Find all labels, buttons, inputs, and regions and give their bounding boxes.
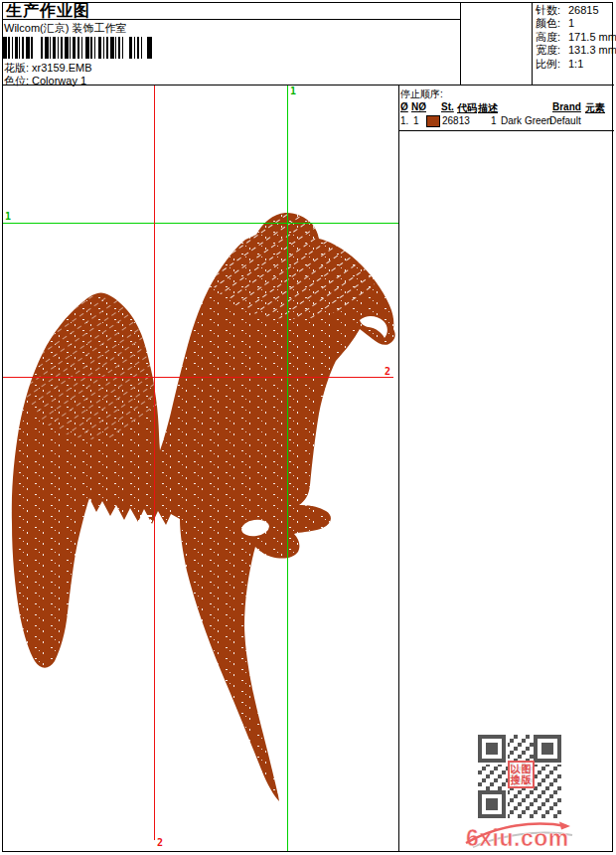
guide-green-vertical (287, 86, 288, 851)
guide-label-red-bottom: 2 (157, 838, 163, 848)
guide-green-horizontal (3, 223, 398, 224)
guide-red-horizontal (3, 377, 393, 378)
watermark-stamp: 以图 搜版 (508, 761, 535, 788)
guide-label-green-top: 1 (290, 86, 296, 96)
guide-label-green-left: 1 (5, 212, 11, 222)
logo-text: 6xiu.com (466, 825, 569, 851)
production-worksheet: 生产作业图 Wilcom(汇京) 装饰工作室 花版:xr3159.EMB 色位:… (0, 0, 616, 855)
guide-red-vertical (154, 86, 155, 840)
qr-finder-top-left (478, 735, 506, 763)
site-logo: 6xiu.com (463, 813, 576, 853)
embroidery-design-parrot (0, 0, 616, 855)
qr-finder-top-right (534, 735, 561, 763)
guide-label-red-right: 2 (385, 367, 390, 377)
stamp-line1: 以图 (510, 764, 533, 774)
stamp-line2: 搜版 (510, 774, 533, 785)
